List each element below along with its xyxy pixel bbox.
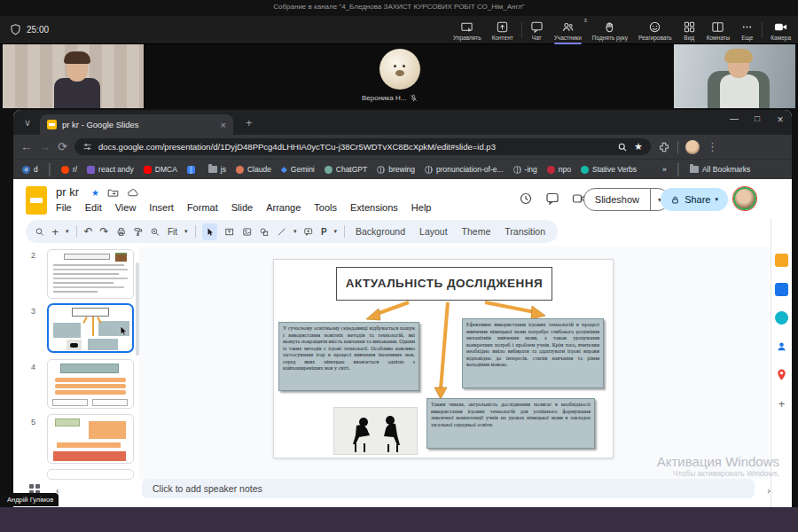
participant-video-left[interactable] [3, 44, 144, 108]
slideshow-button[interactable]: Slideshow ▾ [583, 188, 669, 211]
tasks-icon[interactable] [775, 311, 788, 325]
chat-button[interactable]: Чат [525, 16, 549, 44]
menu-insert[interactable]: Insert [149, 202, 174, 213]
pen-tool-button[interactable]: P [321, 227, 327, 237]
expand-panel-button[interactable]: › [767, 485, 771, 496]
redo-button[interactable]: ↷ [100, 225, 109, 238]
bookmark-item[interactable]: Claude [236, 165, 271, 174]
extensions-icon[interactable] [658, 141, 670, 153]
current-slide[interactable]: АКТУАЛЬНІСТЬ ДОСЛІДЖЕННЯ У сучасному осв… [273, 259, 614, 458]
speaker-notes-input[interactable]: Click to add speaker notes [142, 479, 755, 498]
slide-thumbnail-2[interactable] [47, 249, 134, 299]
menu-help[interactable]: Help [411, 202, 432, 213]
bookmark-item[interactable]: react andy [87, 165, 134, 174]
bookmark-item[interactable]: ◆Gemini [281, 165, 315, 174]
camera-toggle-button[interactable]: Камера [765, 16, 796, 44]
zoom-icon[interactable] [150, 226, 160, 238]
search-icon[interactable] [617, 142, 628, 153]
bookmark-item[interactable]: -ing [513, 165, 537, 174]
tab-search-chevron[interactable]: ∨ [24, 117, 31, 129]
zoom-level[interactable]: Fit [168, 227, 177, 237]
interview-photo[interactable] [333, 407, 418, 455]
bookmark-star-icon[interactable]: ★ [634, 141, 643, 153]
text-box-tool-icon[interactable] [224, 226, 234, 238]
bookmark-item[interactable] [187, 166, 199, 174]
manage-button[interactable]: Управлять [448, 16, 487, 44]
profile-avatar[interactable] [685, 140, 700, 154]
content-button[interactable]: Контент [487, 16, 519, 44]
print-icon[interactable] [116, 226, 126, 238]
slide-thumbnail-5[interactable] [47, 414, 134, 464]
share-dropdown-caret[interactable]: ▾ [715, 196, 718, 203]
zoom-add-button[interactable]: + [51, 225, 59, 239]
slide-thumbnail-3-selected[interactable] [47, 303, 134, 353]
slides-logo[interactable] [26, 186, 47, 215]
layout-button[interactable]: Layout [416, 226, 451, 237]
more-button[interactable]: Еще [735, 16, 759, 44]
menu-view[interactable]: View [115, 202, 137, 213]
bookmark-item[interactable]: npo [547, 165, 571, 174]
bookmark-item[interactable]: pronunciation-of-e... [425, 165, 504, 174]
cloud-status-icon[interactable] [127, 187, 138, 199]
back-button[interactable]: ← [20, 140, 32, 153]
bookmark-item[interactable]: Stative Verbs [581, 165, 637, 174]
menu-edit[interactable]: Edit [85, 202, 102, 213]
menu-tools[interactable]: Tools [314, 202, 337, 213]
browser-tab[interactable]: pr kr - Google Slides × [40, 114, 233, 135]
undo-button[interactable]: ↶ [83, 225, 92, 238]
theme-button[interactable]: Theme [458, 226, 495, 237]
tab-close-button[interactable]: × [221, 120, 226, 130]
forward-button[interactable]: → [39, 140, 51, 153]
menu-arrange[interactable]: Arrange [266, 202, 301, 213]
close-button[interactable]: × [774, 113, 786, 126]
account-avatar[interactable] [733, 187, 756, 210]
slide-thumbnail-4[interactable] [47, 359, 134, 409]
bookmark-item[interactable]: r/ [61, 165, 77, 174]
document-title[interactable]: pr kr [56, 185, 79, 199]
raise-hand-button[interactable]: Поднять руку [587, 16, 633, 44]
slide-text-box-right[interactable]: Ефективне використання ігрових технологі… [462, 318, 604, 388]
bookmark-item[interactable]: ChatGPT [325, 165, 367, 174]
url-bar[interactable]: docs.google.com/presentation/d/1DyjD48PP… [74, 138, 651, 155]
panel-add-icon[interactable]: + [775, 398, 788, 411]
bookmark-item[interactable]: DMCA [144, 165, 177, 174]
select-tool-button[interactable] [202, 223, 217, 240]
insert-line-icon[interactable] [277, 226, 286, 238]
calendar-icon[interactable] [775, 283, 788, 296]
insert-comment-icon[interactable] [303, 226, 313, 238]
minimize-button[interactable]: — [728, 113, 740, 123]
slide-text-box-left[interactable]: У сучасному освітньому середовищі відбув… [278, 322, 419, 391]
slide-text-box-bottom[interactable]: Таким чином, актуальність дослідження по… [426, 398, 595, 449]
comments-icon[interactable] [545, 192, 559, 206]
transition-button[interactable]: Transition [501, 226, 549, 237]
move-folder-icon[interactable] [107, 187, 119, 199]
bookmark-item[interactable]: brewing [377, 165, 415, 174]
menu-slide[interactable]: Slide [231, 202, 253, 213]
menu-extensions[interactable]: Extensions [350, 202, 398, 213]
participants-button[interactable]: 3 Участники [549, 16, 587, 44]
search-tools-icon[interactable] [35, 226, 44, 238]
keep-icon[interactable] [775, 254, 788, 267]
bookmarks-overflow[interactable]: » [662, 165, 667, 174]
bookmark-folder[interactable]: js [208, 165, 226, 174]
star-icon[interactable]: ★ [91, 188, 99, 198]
maps-icon[interactable] [775, 368, 788, 381]
maximize-button[interactable]: □ [751, 113, 763, 123]
background-button[interactable]: Background [352, 226, 409, 237]
contacts-icon[interactable] [775, 340, 788, 353]
slide-thumbnail-6-partial[interactable] [47, 469, 134, 480]
rooms-button[interactable]: Комнаты [701, 16, 736, 44]
react-button[interactable]: Реагировать [633, 16, 677, 44]
reload-button[interactable]: ⟳ [58, 140, 67, 153]
participant-avatar-dog[interactable] [379, 49, 420, 90]
new-tab-button[interactable]: + [246, 116, 253, 129]
menu-file[interactable]: File [56, 202, 72, 213]
bookmark-item[interactable]: dd [22, 165, 38, 174]
paint-format-icon[interactable] [133, 226, 143, 238]
menu-format[interactable]: Format [187, 202, 218, 213]
insert-image-icon[interactable] [242, 226, 252, 238]
browser-menu-button[interactable]: ⋮ [707, 140, 718, 153]
insert-shape-icon[interactable] [259, 226, 269, 238]
version-history-icon[interactable] [519, 192, 533, 206]
participant-video-right[interactable] [674, 44, 795, 108]
